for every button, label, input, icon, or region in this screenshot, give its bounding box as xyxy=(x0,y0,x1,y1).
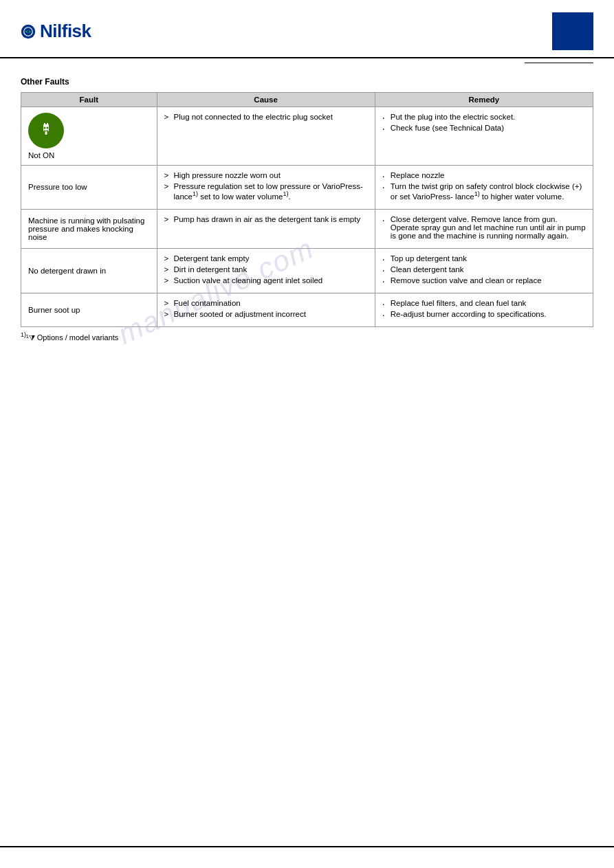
remedy-cell-pressure: Replace nozzle Turn the twist grip on sa… xyxy=(375,166,593,210)
remedy-item: Top up detergent tank xyxy=(382,254,586,263)
cause-list: Detergent tank empty Dirt in detergent t… xyxy=(164,254,368,285)
table-row: Not ON Plug not connected to the electri… xyxy=(21,107,593,166)
remedy-list: Close detergent valve. Remove lance from… xyxy=(382,215,586,240)
header-blue-box xyxy=(552,12,593,50)
svg-rect-6 xyxy=(47,123,48,126)
nilfisk-logo-icon xyxy=(21,24,36,39)
table-row: No detergent drawn in Detergent tank emp… xyxy=(21,248,593,293)
fault-label-pressure: Pressure too low xyxy=(28,183,87,191)
svg-point-2 xyxy=(27,30,30,33)
remedy-list: Put the plug into the electric socket. C… xyxy=(382,113,586,132)
page-number xyxy=(525,61,593,63)
remedy-list: Replace fuel filters, and clean fuel tan… xyxy=(382,299,586,318)
cause-item: Detergent tank empty xyxy=(164,254,368,263)
svg-point-9 xyxy=(47,127,49,129)
remedy-cell-burner: Replace fuel filters, and clean fuel tan… xyxy=(375,293,593,326)
section-title: Other Faults xyxy=(21,77,593,87)
logo-area: Nilfisk xyxy=(21,21,91,42)
remedy-list: Replace nozzle Turn the twist grip on sa… xyxy=(382,171,586,201)
remedy-list: Top up detergent tank Clean detergent ta… xyxy=(382,254,586,285)
cause-item: Suction valve at cleaning agent inlet so… xyxy=(164,276,368,285)
remedy-item: Close detergent valve. Remove lance from… xyxy=(382,215,586,240)
faults-table: Fault Cause Remedy xyxy=(21,92,593,327)
cause-cell-pressure: High pressure nozzle worn out Pressure r… xyxy=(157,166,375,210)
remedy-cell-pulsating: Close detergent valve. Remove lance from… xyxy=(375,209,593,248)
cause-item: Plug not connected to the electric plug … xyxy=(164,113,368,121)
remedy-item: Clean detergent tank xyxy=(382,265,586,274)
fault-cell-detergent: No detergent drawn in xyxy=(21,248,157,293)
remedy-item: Remove suction valve and clean or replac… xyxy=(382,276,586,285)
cause-item: Fuel contamination xyxy=(164,299,368,307)
col-header-remedy: Remedy xyxy=(375,93,593,107)
col-header-cause: Cause xyxy=(157,93,375,107)
cause-cell-detergent: Detergent tank empty Dirt in detergent t… xyxy=(157,248,375,293)
page-container: Nilfisk manualive.com Other Faults Fault… xyxy=(0,0,614,868)
fault-label-pulsating: Machine is running with pulsating pressu… xyxy=(28,216,144,241)
footnote: 1)¹⧩ Options / model variants xyxy=(21,331,593,342)
cause-cell-burner: Fuel contamination Burner sooted or adju… xyxy=(157,293,375,326)
remedy-item: Re-adjust burner according to specificat… xyxy=(382,310,586,318)
remedy-cell-not-on: Put the plug into the electric socket. C… xyxy=(375,107,593,166)
table-row: Machine is running with pulsating pressu… xyxy=(21,209,593,248)
cause-list: Pump has drawn in air as the detergent t… xyxy=(164,215,368,223)
fault-label-burner: Burner soot up xyxy=(28,306,80,314)
svg-rect-5 xyxy=(44,123,45,126)
fault-label-detergent: No detergent drawn in xyxy=(28,267,106,275)
table-row: Burner soot up Fuel contamination Burner… xyxy=(21,293,593,326)
content-area: Other Faults Fault Cause Remedy xyxy=(0,63,614,355)
cause-list: Fuel contamination Burner sooted or adju… xyxy=(164,299,368,318)
remedy-item: Replace fuel filters, and clean fuel tan… xyxy=(382,299,586,307)
remedy-cell-detergent: Top up detergent tank Clean detergent ta… xyxy=(375,248,593,293)
fault-icon-wrapper: Not ON xyxy=(28,113,150,159)
cause-item: Pump has drawn in air as the detergent t… xyxy=(164,215,368,223)
fault-cell-burner: Burner soot up xyxy=(21,293,157,326)
svg-rect-7 xyxy=(45,131,47,135)
cause-list: Plug not connected to the electric plug … xyxy=(164,113,368,121)
remedy-item: Turn the twist grip on safety control bl… xyxy=(382,182,586,201)
cause-list: High pressure nozzle worn out Pressure r… xyxy=(164,171,368,201)
cause-item: Dirt in detergent tank xyxy=(164,265,368,274)
fault-label-not-on: Not ON xyxy=(28,151,54,159)
remedy-item: Put the plug into the electric socket. xyxy=(382,113,586,121)
table-row: Pressure too low High pressure nozzle wo… xyxy=(21,166,593,210)
remedy-item: Check fuse (see Technical Data) xyxy=(382,124,586,132)
plug-icon xyxy=(28,113,64,148)
fault-cell-pressure: Pressure too low xyxy=(21,166,157,210)
svg-point-8 xyxy=(44,127,46,129)
logo-text: Nilfisk xyxy=(40,21,91,42)
cause-item: High pressure nozzle worn out xyxy=(164,171,368,179)
page-num-area xyxy=(0,58,614,63)
cause-cell-not-on: Plug not connected to the electric plug … xyxy=(157,107,375,166)
cause-item: Burner sooted or adjustment incorrect xyxy=(164,310,368,318)
cause-item: Pressure regulation set to low pressure … xyxy=(164,182,368,201)
remedy-item: Replace nozzle xyxy=(382,171,586,179)
footer-line xyxy=(0,846,614,847)
col-header-fault: Fault xyxy=(21,93,157,107)
fault-cell-not-on: Not ON xyxy=(21,107,157,166)
fault-cell-pulsating: Machine is running with pulsating pressu… xyxy=(21,209,157,248)
header: Nilfisk xyxy=(0,0,614,58)
cause-cell-pulsating: Pump has drawn in air as the detergent t… xyxy=(157,209,375,248)
